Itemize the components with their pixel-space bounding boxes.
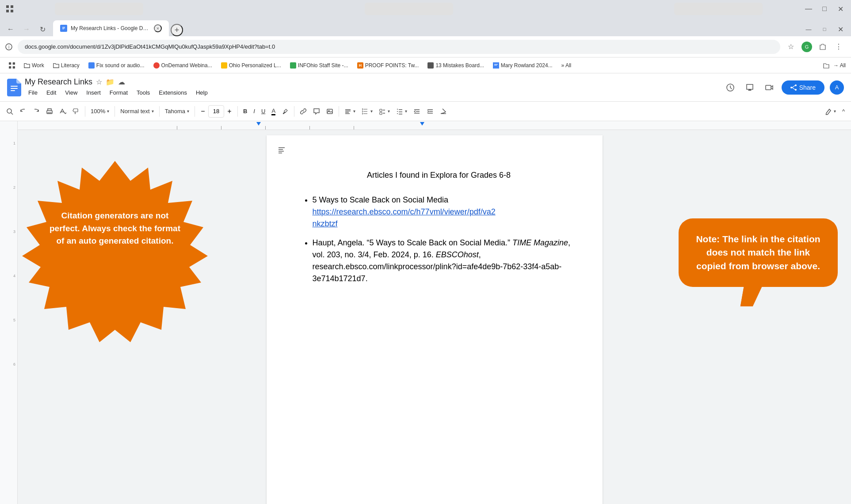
minimize-button[interactable]: — <box>801 2 816 16</box>
comments-button[interactable] <box>743 80 757 95</box>
image-button[interactable] <box>324 104 336 118</box>
style-dropdown[interactable]: Normal text ▾ <box>118 104 156 118</box>
undo-button[interactable] <box>17 104 29 118</box>
bold-button[interactable]: B <box>240 104 250 118</box>
bookmark-infohio[interactable]: INFOhio Staff Site -... <box>286 61 352 69</box>
search-toolbar-button[interactable] <box>4 104 16 118</box>
restore-button[interactable]: □ <box>817 22 832 36</box>
menu-file[interactable]: File <box>25 88 41 98</box>
close-button-2[interactable]: ✕ <box>833 22 847 36</box>
ruler-tick-5: 5 <box>13 318 15 322</box>
toolbar-sep-3 <box>159 106 160 117</box>
font-dropdown[interactable]: Tahoma ▾ <box>162 104 192 118</box>
meet-button[interactable] <box>762 80 776 95</box>
mode-button[interactable]: ▾ <box>822 104 839 118</box>
menu-help[interactable]: Help <box>192 88 211 98</box>
reload-button[interactable]: ↻ <box>35 22 50 36</box>
back-btn-area: ← → ↻ <box>4 22 50 36</box>
bookmark-mistakes[interactable]: 13 Mistakes Board... <box>424 61 487 69</box>
doc-scroll-area[interactable]: Articles I found in Explora for Grades 6… <box>18 121 851 504</box>
print-button[interactable] <box>43 104 56 118</box>
google-account-button[interactable]: G <box>800 40 814 54</box>
share-button[interactable]: Share <box>782 80 824 95</box>
font-size-increase[interactable]: + <box>224 106 235 117</box>
svg-point-22 <box>790 87 792 88</box>
bookmark-fix-sound[interactable]: Fix sound or audio... <box>85 61 148 69</box>
tab-bar: ← → ↻ My Research Links - Google Do... ×… <box>0 18 851 36</box>
svg-rect-18 <box>11 88 18 89</box>
indent-increase-icon <box>427 108 434 115</box>
bookmark-mary[interactable]: Mary Rowland 2024... <box>489 61 556 69</box>
font-size-decrease[interactable]: − <box>198 106 208 117</box>
text-color-button[interactable]: A <box>269 104 278 118</box>
document-title[interactable]: My Research Links <box>25 77 92 87</box>
minimize-button-2[interactable]: — <box>801 22 816 36</box>
menu-insert[interactable]: Insert <box>83 88 104 98</box>
new-tab-button[interactable]: + <box>171 24 183 36</box>
redo-icon <box>33 108 40 115</box>
line-spacing-button[interactable]: ▾ <box>359 104 375 118</box>
link-button[interactable] <box>297 104 309 118</box>
close-window-button[interactable]: ✕ <box>833 2 847 16</box>
maximize-button[interactable]: □ <box>817 2 832 16</box>
back-button[interactable]: ← <box>4 22 18 36</box>
menu-tools[interactable]: Tools <box>133 88 153 98</box>
bookmark-star-button[interactable]: ☆ <box>784 40 798 54</box>
indent-decrease-button[interactable] <box>411 104 423 118</box>
extensions-button[interactable] <box>816 40 830 54</box>
bookmark-work[interactable]: Work <box>20 61 48 69</box>
bookmark-apps[interactable] <box>5 61 19 69</box>
redo-button[interactable] <box>30 104 42 118</box>
comment-inline-button[interactable] <box>310 104 323 118</box>
checklist-button[interactable]: ▾ <box>376 104 393 118</box>
spellcheck-icon <box>59 108 66 115</box>
docs-title-row: My Research Links ☆ 📁 ☁ <box>25 77 720 87</box>
docs-title-icons: ☆ 📁 ☁ <box>96 78 125 86</box>
svg-rect-11 <box>13 62 15 65</box>
document-page[interactable]: Articles I found in Explora for Grades 6… <box>267 135 603 504</box>
article-link-1[interactable]: https://research.ebsco.com/c/h77vml/view… <box>313 207 496 228</box>
clear-format-button[interactable] <box>437 104 450 118</box>
all-bookmarks-label[interactable]: → All <box>833 62 846 69</box>
version-history-button[interactable] <box>723 80 737 95</box>
speech-bubble-text: Note: The link in the citation does not … <box>696 234 820 271</box>
zoom-dropdown[interactable]: 100% ▾ <box>88 104 112 118</box>
font-size-control: − + <box>198 105 235 118</box>
bookmark-ondemand[interactable]: OnDemand Webina... <box>150 61 216 69</box>
apps-btn[interactable] <box>4 3 16 15</box>
align-button[interactable]: ▾ <box>342 104 358 118</box>
tab-close-button[interactable]: × <box>154 24 162 32</box>
chrome-menu-button[interactable]: ⋮ <box>832 40 846 54</box>
font-size-input[interactable] <box>208 105 224 118</box>
menu-format[interactable]: Format <box>106 88 131 98</box>
all-bookmarks-icon[interactable] <box>821 60 832 71</box>
spell-check-button[interactable] <box>57 104 69 118</box>
cloud-save-icon[interactable]: ☁ <box>118 78 125 86</box>
outline-icon[interactable] <box>275 144 288 157</box>
menu-view[interactable]: View <box>61 88 81 98</box>
forward-button[interactable]: → <box>19 22 34 36</box>
article-title-1: 5 Ways to Scale Back on Social Media <box>313 195 448 204</box>
paint-format-button[interactable] <box>70 104 82 118</box>
numbered-list-button[interactable]: ▾ <box>393 104 410 118</box>
bookmark-ohio[interactable]: Ohio Personalized L... <box>218 61 285 69</box>
clear-format-icon <box>440 108 447 115</box>
menu-extensions[interactable]: Extensions <box>155 88 191 98</box>
proof-icon: H <box>357 62 363 69</box>
star-icon[interactable]: ☆ <box>96 78 102 86</box>
active-tab[interactable]: My Research Links - Google Do... × <box>53 20 169 36</box>
user-avatar[interactable]: A <box>830 80 844 95</box>
indent-increase-button[interactable] <box>424 104 436 118</box>
highlight-button[interactable] <box>279 104 291 118</box>
menu-edit[interactable]: Edit <box>43 88 60 98</box>
svg-marker-35 <box>22 161 208 342</box>
italic-button[interactable]: I <box>251 104 258 118</box>
collapse-toolbar-button[interactable]: ^ <box>840 104 847 118</box>
bookmark-proof-points[interactable]: H PROOF POINTS: Tw... <box>354 61 423 69</box>
bookmark-literacy[interactable]: Literacy <box>50 61 83 69</box>
url-input[interactable] <box>18 40 780 54</box>
underline-button[interactable]: U <box>259 104 268 118</box>
folder-move-icon[interactable]: 📁 <box>106 78 114 86</box>
edit-mode-icon <box>825 108 832 115</box>
bookmark-more[interactable]: » All <box>558 61 575 69</box>
